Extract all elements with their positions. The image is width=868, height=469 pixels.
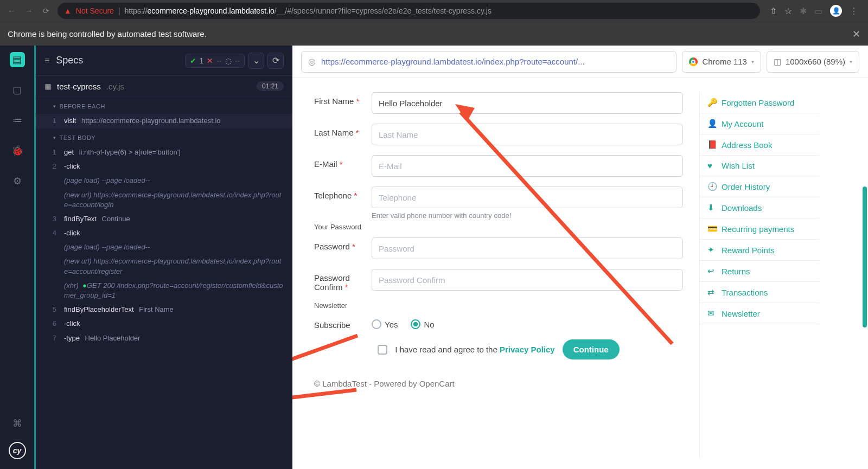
cypress-badge-icon[interactable]: cy: [9, 442, 26, 459]
sidebar-item-icon: ✉: [707, 309, 716, 318]
specs-nav-icon[interactable]: ▤: [10, 52, 25, 67]
list-nav-icon[interactable]: ≔: [10, 113, 25, 128]
sidebar-item-label: Transactions: [722, 288, 768, 297]
star-icon[interactable]: ☆: [784, 6, 792, 16]
email-label: E-Mail *: [314, 155, 364, 169]
before-each-label: ▾BEFORE EACH: [36, 97, 292, 114]
not-secure-label: Not Secure: [76, 7, 114, 15]
first-name-input[interactable]: [372, 92, 683, 114]
target-icon[interactable]: ◎: [308, 56, 316, 67]
warning-icon: ▲: [64, 7, 72, 15]
sidebar-item-8[interactable]: ↩Returns: [700, 261, 820, 282]
sidebar-item-label: Returns: [722, 267, 750, 276]
sidebar-item-10[interactable]: ✉Newsletter: [700, 303, 820, 324]
keyboard-icon[interactable]: ⌘: [10, 416, 25, 431]
spec-file-ext: .cy.js: [106, 82, 124, 91]
sidebar-item-1[interactable]: 👤My Account: [700, 113, 820, 134]
sidebar-item-icon: ♥: [707, 161, 716, 170]
back-icon[interactable]: ←: [5, 5, 17, 17]
subscribe-yes-radio[interactable]: Yes: [372, 319, 398, 329]
sidebar-item-icon: 🔑: [707, 98, 716, 107]
sidebar-item-2[interactable]: 📕Address Book: [700, 134, 820, 156]
password-input[interactable]: [372, 237, 683, 259]
password-confirm-input[interactable]: [372, 269, 683, 291]
scale-icon: ◫: [774, 57, 781, 67]
telephone-label: Telephone *: [314, 187, 364, 200]
sidebar-item-icon: 🕘: [707, 182, 716, 191]
sidebar-item-6[interactable]: 💳Recurring payments: [700, 219, 820, 240]
sidebar-item-4[interactable]: 🕘Order History: [700, 176, 820, 197]
browser-chip[interactable]: Chrome 113▾: [682, 51, 761, 73]
aut-panel: ◎ https://ecommerce-playground.lambdates…: [292, 46, 868, 469]
browser-chrome-bar: ← → ⟳ ▲ Not Secure | https://ecommerce-p…: [0, 0, 868, 22]
address-bar[interactable]: ▲ Not Secure | https://ecommerce-playgro…: [58, 3, 760, 19]
sidebar-item-label: Newsletter: [722, 309, 760, 318]
sidebar-item-icon: 📕: [707, 140, 716, 150]
forward-icon[interactable]: →: [23, 5, 35, 17]
email-input[interactable]: [372, 155, 683, 177]
sidebar-item-label: My Account: [722, 119, 764, 129]
first-name-label: First Name *: [314, 92, 364, 106]
sidebar-item-5[interactable]: ⬇Downloads: [700, 197, 820, 219]
sidebar-item-0[interactable]: 🔑Forgotten Password: [700, 92, 820, 113]
sidebar-item-icon: ⇄: [707, 287, 716, 297]
aut-url-bar[interactable]: ◎ https://ecommerce-playground.lambdates…: [301, 51, 676, 73]
settings-nav-icon[interactable]: ⚙: [10, 174, 25, 189]
sidebar-item-9[interactable]: ⇄Transactions: [700, 282, 820, 303]
reload-icon[interactable]: ⟳: [40, 5, 52, 17]
sidebar-item-3[interactable]: ♥Wish List: [700, 156, 820, 176]
file-icon: ▦: [44, 82, 52, 91]
test-body-label: ▾TEST BODY: [36, 129, 292, 145]
chevron-down-icon[interactable]: ⌄: [248, 53, 264, 69]
close-banner-icon[interactable]: ✕: [852, 28, 860, 40]
telephone-input[interactable]: [372, 187, 683, 208]
privacy-link[interactable]: Privacy Policy: [500, 345, 555, 354]
viewport-chip[interactable]: ◫ 1000x660 (89%)▾: [767, 51, 859, 73]
scrollbar[interactable]: [861, 78, 868, 469]
sidebar-item-label: Downloads: [722, 203, 762, 213]
specs-panel: ≡ Specs ✔1 ✕-- ◌-- ⌄ ⟳ ▦ test-cypress.cy…: [34, 46, 292, 469]
chrome-icon: [689, 57, 698, 66]
profile-icon[interactable]: 👤: [830, 5, 842, 17]
sidebar-item-label: Forgotten Password: [722, 98, 794, 107]
continue-button[interactable]: Continue: [563, 339, 620, 359]
spec-file-name: test-cypress: [57, 82, 101, 91]
sidebar-item-label: Recurring payments: [722, 224, 794, 234]
specs-title: Specs: [56, 55, 83, 66]
sidebar-item-7[interactable]: ✦Reward Points: [700, 240, 820, 261]
debug-nav-icon[interactable]: 🐞: [10, 143, 25, 158]
cypress-nav-rail: ▤ ▢ ≔ 🐞 ⚙ ⌘ cy: [0, 46, 34, 469]
kebab-icon[interactable]: ⋮: [850, 6, 858, 16]
password-confirm-label: Password Confirm *: [314, 269, 364, 292]
automation-banner: Chrome is being controlled by automated …: [0, 22, 868, 46]
subscribe-no-radio[interactable]: No: [411, 319, 434, 329]
agree-text: I have read and agree to the Privacy Pol…: [395, 345, 554, 354]
duration-pill: 01:21: [257, 81, 284, 91]
last-name-input[interactable]: [372, 124, 683, 145]
share-icon[interactable]: ⇧: [770, 6, 777, 16]
menu-icon[interactable]: ≡: [44, 56, 49, 66]
panel-icon[interactable]: ▭: [814, 6, 822, 16]
register-form: First Name * Last Name * E-Mail * Teleph…: [314, 92, 683, 458]
account-sidebar: 🔑Forgotten Password👤My Account📕Address B…: [699, 92, 820, 458]
sidebar-item-icon: 👤: [707, 119, 716, 129]
aut-url: https://ecommerce-playground.lambdatest.…: [321, 57, 669, 66]
last-name-label: Last Name *: [314, 124, 364, 137]
restart-icon[interactable]: ⟳: [267, 53, 284, 69]
sidebar-item-icon: 💳: [707, 224, 716, 234]
agree-checkbox[interactable]: [378, 345, 387, 355]
sidebar-item-icon: ↩: [707, 266, 716, 276]
telephone-helper: Enter valid phone number with country co…: [372, 211, 683, 220]
x-icon: ✕: [207, 56, 213, 65]
sidebar-item-icon: ⬇: [707, 203, 716, 213]
footer-text: © LambdaTest - Powered by OpenCart: [314, 379, 683, 388]
spec-file-row[interactable]: ▦ test-cypress.cy.js 01:21: [36, 76, 292, 97]
subscribe-label: Subscribe: [314, 316, 364, 330]
runs-nav-icon[interactable]: ▢: [10, 82, 25, 98]
sidebar-item-label: Address Book: [722, 140, 772, 150]
command-log[interactable]: ▾BEFORE EACH 1visit https://ecommerce-pl…: [36, 97, 292, 469]
sidebar-item-icon: ✦: [707, 245, 716, 255]
sidebar-item-label: Reward Points: [722, 246, 775, 255]
extensions-icon[interactable]: ✱: [800, 6, 807, 16]
newsletter-heading: Newsletter: [314, 301, 683, 310]
